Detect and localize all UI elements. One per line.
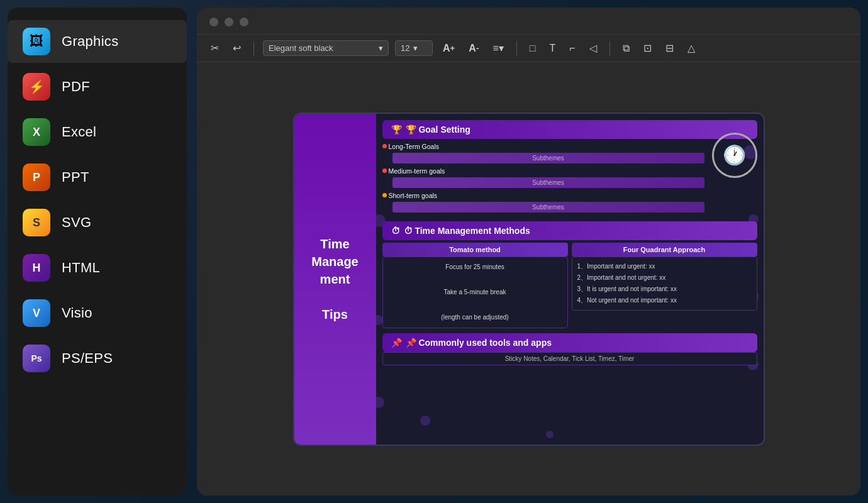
bullet-medium [382, 169, 387, 173]
bullet-short [382, 193, 387, 197]
mindmap-title: TimeManagementTips [305, 229, 364, 329]
text-button[interactable]: T [545, 40, 559, 57]
subtheme-row-short: Subthemes [382, 202, 704, 213]
mindmap-canvas: TimeManagementTips 🏆 🏆 Goal Setting 🕐 [293, 113, 765, 446]
sidebar-label-html: HTML [62, 260, 100, 276]
sidebar-item-pdf[interactable]: ⚡ PDF [8, 65, 187, 108]
goal-label-short: Short-term goals [382, 192, 438, 199]
goal-row-medium: Medium-term goals [382, 167, 704, 175]
html-icon: H [23, 254, 50, 282]
toolbar-sep-2 [516, 41, 517, 56]
font-size-value: 12 [401, 43, 409, 53]
rectangle-button[interactable]: □ [526, 40, 540, 57]
goal-row-short: Short-term goals [382, 192, 704, 199]
quadrant-header: Four Quadrant Approach [572, 243, 757, 257]
sidebar-label-ppt: PPT [62, 169, 89, 185]
group-button[interactable]: ⊡ [640, 40, 655, 57]
sidebar-item-graphics[interactable]: 🖼 Graphics [8, 20, 187, 63]
send-back-button[interactable]: △ [684, 40, 699, 57]
connector-button[interactable]: ⌐ [565, 40, 579, 57]
clock-icon: 🕐 [712, 133, 757, 178]
goal-label-long: Long-Term Goals [382, 143, 440, 150]
subtheme-row-long: Subthemes [382, 153, 704, 163]
cut-button[interactable]: ✂ [207, 40, 223, 57]
font-name-value: Elegant soft black [269, 43, 333, 53]
svg-icon: S [23, 209, 50, 236]
pseps-icon: Ps [23, 345, 50, 372]
toolbar-sep-1 [253, 41, 254, 56]
goal-text-short: Short-term goals [389, 192, 438, 199]
tools-header: 📌 📌 Commonly used tools and apps [382, 333, 757, 352]
quadrant-body: 1、Important and urgent: xx 2、Important a… [572, 257, 757, 311]
mindmap-right-content: 🏆 🏆 Goal Setting 🕐 Long-Ter [382, 120, 757, 438]
sidebar-label-pseps: PS/EPS [62, 350, 113, 367]
subtheme-long: Subthemes [392, 153, 704, 163]
font-increase-button[interactable]: A+ [439, 40, 459, 57]
sidebar-label-visio: Visio [62, 305, 92, 321]
arrow-button[interactable]: ◁ [586, 40, 601, 57]
sidebar-label-svg: SVG [62, 214, 91, 231]
subtheme-row-medium: Subthemes [382, 177, 704, 188]
sidebar-item-visio[interactable]: V Visio [8, 292, 187, 334]
graphics-icon: 🖼 [23, 28, 50, 55]
goal-text-long: Long-Term Goals [389, 143, 440, 150]
font-name-dropdown[interactable]: Elegant soft black ▾ [263, 40, 389, 56]
font-size-dropdown[interactable]: 12 ▾ [395, 40, 433, 56]
font-name-chevron: ▾ [379, 43, 383, 53]
sidebar-item-svg[interactable]: S SVG [8, 201, 187, 244]
tools-icon: 📌 [391, 338, 402, 348]
font-decrease-button[interactable]: A- [465, 40, 482, 57]
methods-title: ⏱ Time Management Methods [404, 226, 530, 236]
layers-button[interactable]: ⧉ [619, 40, 633, 57]
methods-icon: ⏱ [391, 226, 400, 236]
dot-minimize[interactable] [225, 18, 233, 26]
goal-text-medium: Medium-term goals [389, 167, 445, 175]
tools-title: 📌 Commonly used tools and apps [406, 338, 552, 348]
ungroup-button[interactable]: ⊟ [662, 40, 677, 57]
pdf-icon: ⚡ [23, 73, 50, 101]
canvas-area[interactable]: TimeManagementTips 🏆 🏆 Goal Setting 🕐 [197, 62, 860, 495]
visio-icon: V [23, 299, 50, 327]
goal-rows: Long-Term Goals Subthemes [382, 143, 757, 213]
sidebar-label-pdf: PDF [62, 79, 90, 95]
sidebar-label-graphics: Graphics [62, 33, 118, 50]
methods-grid: Tomato method Focus for 25 minutes Take … [382, 243, 757, 328]
tools-section: 📌 📌 Commonly used tools and apps Sticky … [382, 333, 757, 365]
goal-setting-header: 🏆 🏆 Goal Setting [382, 120, 757, 139]
bullet-long [382, 144, 387, 148]
sidebar: 🖼 Graphics ⚡ PDF X Excel P PPT S SVG H H… [8, 8, 187, 495]
goal-setting-title: 🏆 Goal Setting [406, 124, 470, 135]
goal-label-medium: Medium-term goals [382, 167, 445, 175]
subtheme-medium: Subthemes [392, 177, 704, 188]
main-panel: ✂ ↩ Elegant soft black ▾ 12 ▾ A+ A- ≡▾ □… [197, 8, 860, 495]
align-button[interactable]: ≡▾ [489, 40, 507, 57]
goal-setting-section: 🏆 🏆 Goal Setting 🕐 Long-Ter [382, 120, 757, 216]
subtheme-short: Subthemes [392, 202, 704, 213]
sidebar-item-ppt[interactable]: P PPT [8, 156, 187, 199]
toolbar: ✂ ↩ Elegant soft black ▾ 12 ▾ A+ A- ≡▾ □… [197, 34, 860, 62]
dot-maximize[interactable] [240, 18, 248, 26]
tomato-header: Tomato method [382, 243, 568, 257]
toolbar-sep-3 [609, 41, 610, 56]
tomato-body: Focus for 25 minutes Take a 5-minute bre… [382, 257, 568, 328]
ppt-icon: P [23, 163, 50, 191]
excel-icon: X [23, 118, 50, 146]
tomato-col: Tomato method Focus for 25 minutes Take … [382, 243, 568, 328]
methods-header: ⏱ ⏱ Time Management Methods [382, 221, 757, 240]
goal-row-long: Long-Term Goals [382, 143, 704, 150]
sidebar-item-html[interactable]: H HTML [8, 246, 187, 289]
undo-button[interactable]: ↩ [229, 40, 245, 57]
window-controls [197, 8, 860, 34]
quadrant-col: Four Quadrant Approach 1、Important and u… [572, 243, 757, 328]
font-size-chevron: ▾ [413, 43, 418, 53]
methods-section: ⏱ ⏱ Time Management Methods Tomato metho… [382, 221, 757, 328]
tools-body: Sticky Notes, Calendar, Tick List, Timez… [382, 352, 757, 365]
sidebar-item-pseps[interactable]: Ps PS/EPS [8, 337, 187, 380]
dot-close[interactable] [209, 18, 218, 26]
goal-setting-icon: 🏆 [391, 124, 402, 135]
sidebar-item-excel[interactable]: X Excel [8, 111, 187, 153]
sidebar-label-excel: Excel [62, 124, 96, 140]
mindmap-left-bar: TimeManagementTips [294, 114, 376, 445]
